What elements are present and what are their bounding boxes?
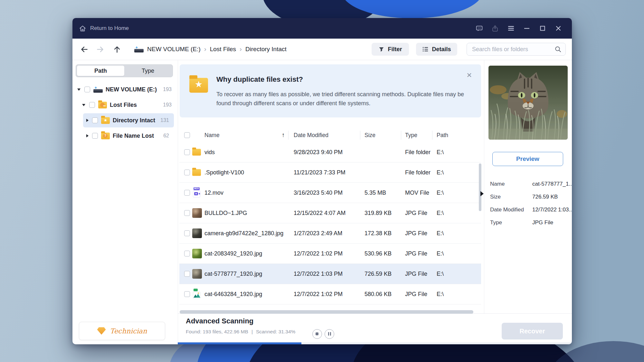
tree-checkbox[interactable] (84, 87, 90, 92)
tab-path[interactable]: Path (77, 66, 124, 76)
image-thumbnail (192, 269, 202, 279)
select-all-checkbox[interactable] (184, 132, 190, 138)
search-input[interactable] (467, 46, 554, 53)
row-checkbox[interactable] (184, 170, 190, 175)
maximize-button[interactable] (535, 18, 550, 39)
column-header-type[interactable]: Type (405, 132, 417, 139)
share-button[interactable] (487, 18, 503, 39)
up-button[interactable] (112, 45, 121, 54)
expand-caret-icon[interactable] (86, 134, 89, 137)
tree-item-file-name-lost[interactable]: ? File Name Lost 62 (86, 129, 172, 143)
home-icon (79, 25, 86, 32)
expand-caret-icon[interactable] (86, 119, 89, 122)
file-type: File folder (405, 149, 431, 156)
table-row[interactable]: cat-2083492_1920.jpg 12/7/2022 1:02 PM 5… (179, 244, 481, 264)
file-type: JPG File (405, 271, 427, 277)
column-header-date[interactable]: Date Modified (294, 132, 328, 139)
minimize-button[interactable] (519, 18, 535, 39)
row-checkbox[interactable] (184, 251, 190, 256)
minimize-icon (524, 25, 530, 32)
preview-button[interactable]: Preview (492, 152, 563, 166)
table-row[interactable]: camera-gb9d7422e2_1280.jpg 1/27/2023 2:4… (179, 223, 481, 244)
recover-button[interactable]: Recover (502, 323, 563, 339)
collapse-caret-icon[interactable] (77, 88, 80, 91)
tab-type[interactable]: Type (124, 66, 172, 76)
tree-item-count: 62 (163, 133, 169, 139)
feedback-button[interactable] (471, 18, 487, 39)
file-size: 319.89 KB (365, 210, 392, 217)
breadcrumb-volume[interactable]: NEW VOLUME (E:) (147, 46, 201, 53)
license-label: Technician (110, 327, 147, 335)
breadcrumb-lost-files[interactable]: Lost Files (210, 46, 236, 53)
table-row[interactable]: BULLDO~1.JPG 12/15/2022 4:07 AM 319.89 K… (179, 203, 481, 223)
filter-icon (378, 46, 384, 52)
sort-ascending-icon[interactable]: ↑ (282, 132, 285, 139)
recover-label: Recover (520, 328, 545, 335)
column-header-size[interactable]: Size (365, 132, 375, 139)
detail-label: Name (490, 181, 505, 187)
row-checkbox[interactable] (184, 210, 190, 216)
file-path: E:\ (437, 169, 444, 176)
detail-row: Type JPG File (490, 219, 569, 228)
row-checkbox[interactable] (184, 291, 190, 297)
menu-button[interactable] (503, 18, 519, 39)
tree-item-volume[interactable]: NEW VOLUME (E:) 193 (77, 82, 172, 97)
table-row-selected[interactable]: cat-5778777_1920.jpg 12/7/2022 1:03 PM 7… (179, 264, 481, 284)
close-button[interactable] (550, 18, 566, 39)
license-badge[interactable]: Technician (79, 322, 165, 340)
details-button[interactable]: Details (416, 43, 457, 56)
detail-value: JPG File (532, 219, 553, 226)
up-arrow-icon (113, 45, 121, 54)
file-type: JPG File (405, 210, 427, 217)
banner-body: To recover as many files as possible, we… (216, 90, 477, 108)
file-name: cat-2083492_1920.jpg (204, 250, 262, 257)
table-row[interactable]: vids 9/28/2023 9:40 PM File folder E:\ (179, 142, 481, 162)
column-header-name[interactable]: Name (204, 132, 220, 139)
forward-button[interactable] (96, 45, 105, 54)
file-size: 726.59 KB (365, 271, 392, 277)
tree-item-label: Lost Files (110, 102, 137, 108)
file-name: camera-gb9d7422e2_1280.jpg (204, 230, 283, 237)
search-icon[interactable] (554, 46, 562, 53)
file-path: E:\ (437, 210, 444, 217)
file-name: 12.mov (204, 190, 223, 196)
tree-checkbox[interactable] (92, 133, 98, 139)
collapse-panel-handle[interactable] (480, 191, 484, 196)
pause-scan-button[interactable] (325, 329, 334, 339)
back-button[interactable] (80, 45, 89, 54)
tree-item-directory-intact[interactable]: ★ Directory Intact 131 (86, 113, 172, 127)
horizontal-scrollbar-thumb[interactable] (180, 310, 473, 314)
breadcrumb-directory-intact[interactable]: Directory Intact (245, 46, 287, 53)
banner-close-icon[interactable]: ✕ (466, 71, 472, 79)
filter-button[interactable]: Filter (372, 43, 409, 56)
image-thumbnail (192, 208, 202, 218)
file-name: .Spotlight-V100 (204, 169, 244, 176)
column-divider (288, 131, 289, 140)
file-type: MOV File (405, 190, 429, 196)
table-row[interactable]: cat-6463284_1920.jpg 12/7/2022 1:02 PM 5… (179, 284, 481, 304)
row-checkbox[interactable] (184, 230, 190, 236)
forward-arrow-icon (96, 45, 105, 54)
tree-item-lost-files[interactable]: Lost Files 193 (82, 98, 172, 112)
row-checkbox[interactable] (184, 149, 190, 155)
detail-row: Date Modified 12/7/2022 1:03.. (490, 207, 569, 215)
column-header-path[interactable]: Path (437, 132, 448, 139)
table-row[interactable]: MOV 12.mov 3/16/2023 5:40 PM 5.35 MB MOV… (179, 183, 481, 203)
file-date: 3/16/2023 5:40 PM (294, 190, 343, 196)
stop-scan-button[interactable] (312, 329, 322, 339)
detail-row: Name cat-5778777_1... (490, 181, 569, 189)
collapse-caret-icon[interactable] (82, 104, 85, 106)
tree-checkbox[interactable] (89, 102, 95, 108)
back-arrow-icon (80, 45, 89, 54)
row-checkbox[interactable] (184, 190, 190, 196)
file-name: BULLDO~1.JPG (204, 210, 247, 217)
scan-stats: Found: 193 files, 422.96 MB | Scanned: 3… (186, 329, 295, 335)
file-size: 580.06 KB (365, 291, 392, 298)
return-home-button[interactable]: Return to Home (79, 23, 129, 33)
column-divider (401, 131, 401, 140)
vertical-scrollbar-thumb[interactable] (479, 163, 481, 211)
stop-icon (316, 332, 318, 335)
tree-checkbox[interactable] (92, 117, 98, 123)
table-row[interactable]: .Spotlight-V100 11/21/2023 7:33 PM File … (179, 162, 481, 183)
row-checkbox[interactable] (184, 271, 190, 277)
